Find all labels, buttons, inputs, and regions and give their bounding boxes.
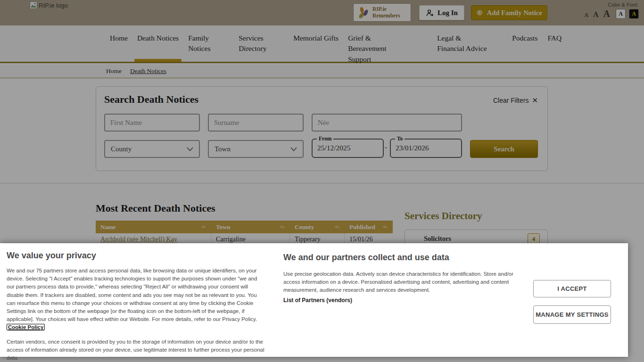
rip-ie-page: RIP.ie logo RIP.ie Remembers Log In ⊕ — [0, 0, 644, 362]
cookie-paragraph-2: Certain vendors, once consent is provide… — [7, 338, 265, 362]
cookie-consent-dialog: We value your privacy We and our 75 part… — [0, 243, 628, 357]
cookie-data-paragraph: Use precise geolocation data. Actively s… — [283, 270, 515, 295]
i-accept-button[interactable]: I ACCEPT — [533, 280, 611, 297]
cookie-data-column: We and our partners collect and use data… — [283, 253, 515, 304]
cookie-paragraph-1: We and our 75 partners store and access … — [7, 268, 257, 322]
list-of-partners-link[interactable]: List of Partners (vendors) — [283, 297, 515, 304]
manage-my-settings-button[interactable]: MANAGE MY SETTINGS — [533, 305, 611, 324]
cookie-privacy-column: We value your privacy We and our 75 part… — [7, 251, 265, 362]
cookie-data-title: We and our partners collect and use data — [283, 253, 515, 263]
cookie-policy-link[interactable]: Cookie Policy — [7, 324, 45, 330]
cookie-privacy-title: We value your privacy — [7, 251, 265, 261]
